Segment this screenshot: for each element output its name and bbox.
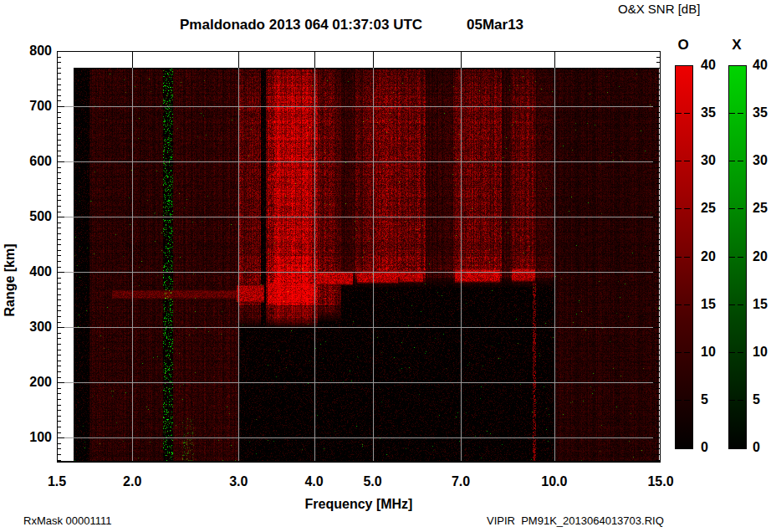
colorbar-tick xyxy=(684,161,690,161)
y-tick-label-600: 600 xyxy=(17,154,52,169)
y-tick-label-100: 100 xyxy=(17,430,52,445)
colorbar-X-label-5: 5 xyxy=(753,392,771,407)
colorbar-tick xyxy=(729,161,735,161)
x-tick-label-4.0: 4.0 xyxy=(291,474,338,489)
colorbar-tick xyxy=(676,352,682,353)
colorbar-header-O: O xyxy=(674,37,692,54)
colorbar-tick xyxy=(738,304,743,305)
y-tick-label-300: 300 xyxy=(17,320,52,335)
colorbar-tick xyxy=(676,400,682,401)
colorbar-tick xyxy=(684,257,690,258)
y-tick-label-500: 500 xyxy=(17,209,52,224)
colorbar-O-label-35: 35 xyxy=(701,105,729,120)
colorbar-tick xyxy=(676,257,682,258)
colorbar-group-title: O&X SNR [dB] xyxy=(618,2,700,16)
x-tick-label-7.0: 7.0 xyxy=(437,474,484,489)
colorbar-header-X: X xyxy=(728,37,746,54)
y-tick-label-700: 700 xyxy=(17,99,52,114)
y-tick-label-400: 400 xyxy=(17,264,52,279)
colorbar-tick xyxy=(738,208,743,209)
ionogram-page: Pmaldonado 2013 064 01:37:03 UTC 05Mar13… xyxy=(0,0,771,532)
x-tick-label-10.0: 10.0 xyxy=(531,474,578,489)
colorbar-X-label-20: 20 xyxy=(753,249,771,264)
colorbar-tick xyxy=(729,257,735,258)
colorbar-X-label-25: 25 xyxy=(753,201,771,216)
y-axis-title: Range [km] xyxy=(3,243,18,316)
colorbar-X-label-0: 0 xyxy=(753,440,771,455)
colorbar-tick xyxy=(684,304,690,305)
title-date: 05Mar13 xyxy=(467,17,523,33)
colorbar-tick xyxy=(738,352,743,353)
colorbar-X-label-15: 15 xyxy=(753,297,771,312)
colorbar-O-label-30: 30 xyxy=(701,153,729,168)
x-axis-title: Frequency [MHz] xyxy=(305,497,413,512)
colorbar-tick xyxy=(684,400,690,401)
colorbar-tick xyxy=(738,257,743,258)
colorbar-tick xyxy=(676,304,682,305)
colorbar-O-label-40: 40 xyxy=(701,58,729,73)
colorbar-O-label-10: 10 xyxy=(701,345,729,360)
x-tick-label-1.5: 1.5 xyxy=(33,474,80,489)
colorbar-tick xyxy=(684,352,690,353)
colorbar-O-label-5: 5 xyxy=(701,392,729,407)
page-title: Pmaldonado 2013 064 01:37:03 UTC xyxy=(180,17,422,33)
colorbar-O-label-20: 20 xyxy=(701,249,729,264)
colorbar-tick xyxy=(738,161,743,161)
colorbar-tick xyxy=(738,113,743,114)
colorbar-tick xyxy=(729,304,735,305)
colorbar-tick xyxy=(676,113,682,114)
colorbar-tick xyxy=(684,208,690,209)
colorbar-O-label-25: 25 xyxy=(701,201,729,216)
colorbar-tick xyxy=(729,400,735,401)
data-file-label: VIPIR PM91K_2013064013703.RIQ xyxy=(487,514,664,527)
rxmask-label: RxMask 00001111 xyxy=(23,514,112,527)
x-tick-label-5.0: 5.0 xyxy=(350,474,396,489)
colorbar-X-label-40: 40 xyxy=(753,58,771,73)
y-tick-label-200: 200 xyxy=(17,375,52,390)
colorbar-tick xyxy=(729,208,735,209)
colorbar-tick xyxy=(738,400,743,401)
y-tick-label-800: 800 xyxy=(17,43,52,59)
colorbar-tick xyxy=(729,113,735,114)
colorbar-X-label-10: 10 xyxy=(753,345,771,360)
colorbar-tick xyxy=(729,352,735,353)
x-tick-label-15.0: 15.0 xyxy=(637,474,684,489)
x-tick-label-3.0: 3.0 xyxy=(215,474,262,489)
ionogram-heatmap xyxy=(57,51,661,463)
colorbar-tick xyxy=(684,113,690,114)
colorbar-tick xyxy=(676,208,682,209)
colorbar-X-label-30: 30 xyxy=(753,153,771,168)
colorbar-O-label-15: 15 xyxy=(701,297,729,312)
colorbar-O-label-0: 0 xyxy=(701,440,729,455)
x-tick-label-2.0: 2.0 xyxy=(109,474,156,489)
colorbar-tick xyxy=(676,161,682,161)
colorbar-X-label-35: 35 xyxy=(753,105,771,120)
